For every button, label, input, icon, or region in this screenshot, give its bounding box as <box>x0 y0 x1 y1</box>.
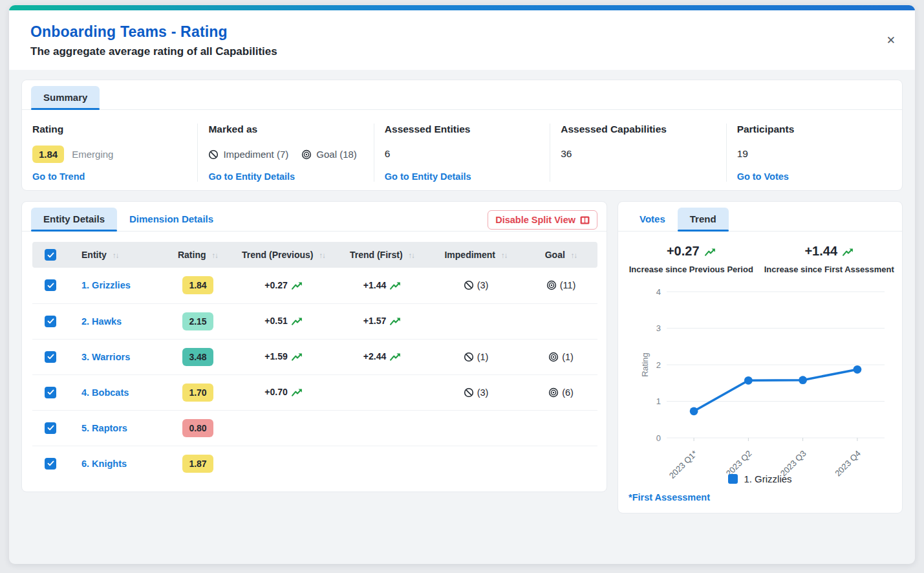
column-header-goal: Goal <box>545 250 565 260</box>
rating-level: Emerging <box>72 149 113 160</box>
disable-split-view-button[interactable]: Disable Split View <box>488 210 597 230</box>
row-checkbox[interactable] <box>45 316 56 327</box>
rating-badge: 1.84 <box>182 276 213 294</box>
entity-link[interactable]: 1. Grizzlies <box>81 280 131 290</box>
table-row: 3. Warriors3.48+1.59+2.44(1)(1) <box>32 339 597 374</box>
trend-chart: 01234Rating2023 Q1*2023 Q22023 Q32023 Q4 <box>618 278 902 472</box>
tab-entity-details[interactable]: Entity Details <box>31 208 117 231</box>
entity-table: Entity↑↓ Rating↑↓ Trend (Previous)↑↓ Tre… <box>32 242 597 481</box>
row-checkbox[interactable] <box>45 458 56 470</box>
rating-badge: 1.87 <box>182 455 213 473</box>
first-assessment-note[interactable]: *First Assessment <box>618 484 902 513</box>
table-row: 4. Bobcats1.70+0.70(3)(6) <box>32 374 597 410</box>
sort-icon[interactable]: ↑↓ <box>319 252 325 259</box>
trend-value: +0.70 <box>264 387 287 397</box>
trend-value: +0.27 <box>264 280 287 290</box>
trend-value: +0.51 <box>264 316 287 326</box>
disable-split-view-label: Disable Split View <box>495 215 575 225</box>
assessed-capabilities-value: 36 <box>561 144 714 164</box>
summary-tabs: Summary <box>22 80 902 110</box>
impediment-count: (3) <box>477 280 489 290</box>
impediment-icon <box>464 387 474 398</box>
go-to-entity-details-link[interactable]: Go to Entity Details <box>208 171 361 182</box>
trend-card: Votes Trend +0.27 Increase since Previou… <box>618 201 903 514</box>
rating-badge: 0.80 <box>182 419 213 437</box>
column-header-trend-previous: Trend (Previous) <box>242 250 313 260</box>
page-subtitle: The aggregate average rating of all Capa… <box>30 45 894 58</box>
split-view-icon <box>580 215 590 225</box>
trend-up-icon <box>292 316 303 327</box>
column-header-impediment: Impediment <box>444 250 495 260</box>
table-row: 5. Raptors0.80 <box>32 410 597 446</box>
table-header-row: Entity↑↓ Rating↑↓ Trend (Previous)↑↓ Tre… <box>32 242 597 268</box>
impediment-count: (1) <box>477 352 489 362</box>
trend-stats: +0.27 Increase since Previous Period +1.… <box>618 232 902 277</box>
row-checkbox[interactable] <box>45 422 56 434</box>
modal-accent-bar <box>9 5 915 10</box>
svg-text:2: 2 <box>656 360 661 370</box>
tab-summary[interactable]: Summary <box>31 86 100 109</box>
entity-link[interactable]: 5. Raptors <box>81 423 127 433</box>
tab-trend[interactable]: Trend <box>678 208 729 231</box>
goal-icon <box>546 280 557 290</box>
rating-badge: 1.70 <box>182 384 213 402</box>
chart-legend: 1. Grizzlies <box>618 473 902 484</box>
assessed-entities-value: 6 <box>385 144 538 164</box>
trend-up-icon <box>292 281 303 291</box>
trend-value: +1.57 <box>363 316 386 326</box>
goal-count: (1) <box>562 352 574 362</box>
legend-label: 1. Grizzlies <box>744 473 791 484</box>
trend-up-icon <box>390 316 401 327</box>
svg-text:3: 3 <box>656 323 661 333</box>
impediment-count: (3) <box>477 387 489 398</box>
column-header-rating: Rating <box>178 250 206 260</box>
goal-count: (6) <box>562 387 574 398</box>
entity-link[interactable]: 2. Hawks <box>81 316 122 327</box>
details-tabs: Entity Details Dimension Details Disable… <box>22 202 607 232</box>
row-checkbox[interactable] <box>45 351 56 363</box>
row-checkbox[interactable] <box>45 387 56 398</box>
go-to-trend-link[interactable]: Go to Trend <box>32 171 186 182</box>
impediment-icon <box>464 352 474 362</box>
stat-since-previous: +0.27 Increase since Previous Period <box>622 244 760 274</box>
rating-label: Rating <box>32 124 186 135</box>
entity-link[interactable]: 4. Bobcats <box>81 387 129 398</box>
sort-icon[interactable]: ↑↓ <box>212 252 219 259</box>
svg-text:0: 0 <box>656 433 661 443</box>
table-row: 6. Knights1.87 <box>32 446 597 481</box>
trend-value: +1.44 <box>363 280 386 290</box>
close-icon[interactable]: ✕ <box>886 35 896 46</box>
stat-caption: Increase since First Assessment <box>760 265 899 274</box>
entity-link[interactable]: 3. Warriors <box>81 352 130 362</box>
goal-count: (11) <box>560 280 576 290</box>
stat-caption: Increase since Previous Period <box>622 265 760 274</box>
sort-icon[interactable]: ↑↓ <box>113 252 119 259</box>
trend-up-icon <box>292 387 303 398</box>
trend-chart-container: 01234Rating2023 Q1*2023 Q22023 Q32023 Q4 <box>618 277 902 472</box>
go-to-votes-link[interactable]: Go to Votes <box>737 171 890 182</box>
sort-icon[interactable]: ↑↓ <box>501 252 508 259</box>
tab-dimension-details[interactable]: Dimension Details <box>117 208 226 231</box>
trend-up-icon <box>390 281 401 291</box>
trend-up-icon <box>292 352 303 362</box>
goal-count: Goal (18) <box>301 149 357 160</box>
sort-icon[interactable]: ↑↓ <box>409 252 415 259</box>
participants-value: 19 <box>737 144 890 164</box>
summary-assessed-entities: Assessed Entities 6 Go to Entity Details <box>374 124 550 182</box>
sort-icon[interactable]: ↑↓ <box>571 252 577 259</box>
select-all-checkbox[interactable] <box>45 249 56 261</box>
legend-swatch <box>728 474 738 484</box>
entity-table-body: 1. Grizzlies1.84+0.27+1.44(3)(11)2. Hawk… <box>32 268 597 481</box>
trend-up-icon <box>705 244 716 259</box>
tab-votes[interactable]: Votes <box>627 208 678 231</box>
assessed-capabilities-label: Assessed Capabilities <box>561 124 714 135</box>
row-checkbox[interactable] <box>45 279 56 291</box>
stat-since-first: +1.44 Increase since First Assessment <box>760 244 899 274</box>
summary-marked-as: Marked as Impediment (7) Goal (18) Go to… <box>197 124 373 182</box>
go-to-entity-details-link-2[interactable]: Go to Entity Details <box>385 171 538 182</box>
goal-icon <box>548 352 559 362</box>
goal-icon <box>301 149 312 160</box>
modal-header: Onboarding Teams - Rating The aggregate … <box>9 10 915 70</box>
entity-link[interactable]: 6. Knights <box>81 459 127 469</box>
svg-text:1: 1 <box>656 396 661 406</box>
